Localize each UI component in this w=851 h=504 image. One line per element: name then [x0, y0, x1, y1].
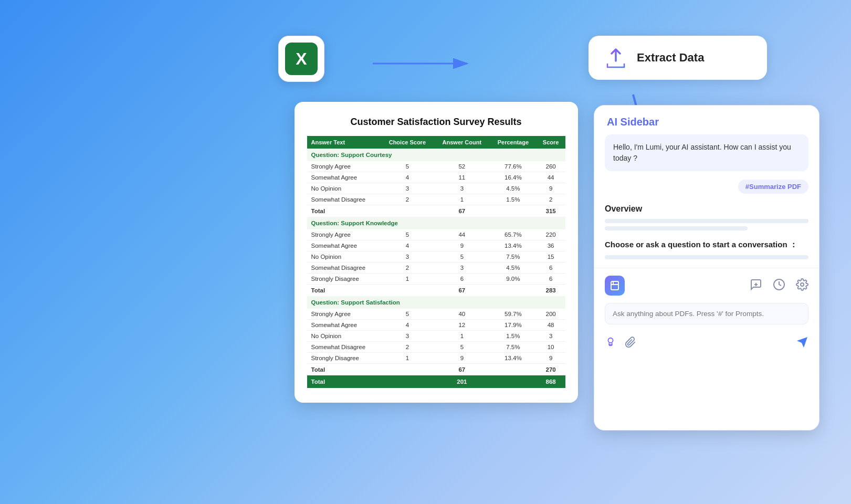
cell-2-4-0: Strongly Disagree: [307, 352, 381, 363]
cell-2-3-3: 7.5%: [490, 341, 537, 352]
cell-0-0-0: Strongly Agree: [307, 161, 381, 172]
cell-1-2-4: 15: [537, 251, 565, 262]
total-cell-0-1: [381, 205, 434, 217]
grand-total-cell-2: 201: [434, 375, 490, 388]
overview-lines: [605, 219, 808, 230]
cell-1-3-4: 6: [537, 262, 565, 273]
table-row: Somewhat Agree41217.9%48: [307, 319, 565, 330]
section-header-cell-2: Question: Support Satisfaction: [307, 296, 565, 309]
col-choice-score: Choice Score: [381, 136, 434, 149]
table-row: Somewhat Disagree234.5%6: [307, 262, 565, 273]
cell-1-1-1: 4: [381, 240, 434, 251]
table-row: Somewhat Disagree257.5%10: [307, 341, 565, 352]
total-cell-1-3: [490, 284, 537, 296]
cell-1-4-3: 9.0%: [490, 273, 537, 284]
cell-0-3-4: 2: [537, 194, 565, 205]
cell-0-3-0: Somewhat Disagree: [307, 194, 381, 205]
cell-2-1-2: 12: [434, 319, 490, 330]
cell-2-3-4: 10: [537, 341, 565, 352]
cell-2-2-0: No Opinion: [307, 330, 381, 341]
total-cell-2-3: [490, 363, 537, 375]
total-row-0: Total67315: [307, 205, 565, 217]
cell-0-3-1: 2: [381, 194, 434, 205]
cell-2-4-2: 9: [434, 352, 490, 363]
cell-0-1-0: Somewhat Agree: [307, 172, 381, 183]
cell-0-2-3: 4.5%: [490, 183, 537, 194]
cell-0-0-2: 52: [434, 161, 490, 172]
sidebar-toolbar: [594, 268, 819, 303]
history-icon[interactable]: [773, 278, 785, 293]
section-header-1: Question: Support Knowledge: [307, 217, 565, 229]
hashtag-section[interactable]: #Summarize PDF: [605, 180, 808, 194]
settings-icon[interactable]: [796, 278, 808, 293]
table-row: Strongly Agree54465.7%220: [307, 229, 565, 240]
cell-0-1-3: 16.4%: [490, 172, 537, 183]
cell-1-2-1: 3: [381, 251, 434, 262]
total-row-2: Total67270: [307, 363, 565, 375]
sidebar-content: Hello, I'm Lumi, your AI assistant. How …: [594, 134, 819, 259]
grand-total-cell-0: Total: [307, 375, 381, 388]
table-row: Somewhat Disagree211.5%2: [307, 194, 565, 205]
cell-2-0-4: 200: [537, 309, 565, 320]
cell-0-0-1: 5: [381, 161, 434, 172]
table-row: No Opinion357.5%15: [307, 251, 565, 262]
ai-greeting-bubble: Hello, I'm Lumi, your AI assistant. How …: [605, 134, 808, 171]
cell-2-1-1: 4: [381, 319, 434, 330]
grand-total-cell-4: 868: [537, 375, 565, 388]
cell-2-2-2: 1: [434, 330, 490, 341]
table-row: Strongly Agree55277.6%260: [307, 161, 565, 172]
total-cell-2-4: 270: [537, 363, 565, 375]
svg-point-8: [801, 283, 804, 286]
cell-0-2-1: 3: [381, 183, 434, 194]
conversation-prompt-text: Choose or ask a question to start a conv…: [605, 239, 808, 250]
col-percentage: Percentage: [490, 136, 537, 149]
cell-2-4-4: 9: [537, 352, 565, 363]
cell-1-2-3: 7.5%: [490, 251, 537, 262]
cell-1-3-0: Somewhat Disagree: [307, 262, 381, 273]
svg-rect-4: [611, 281, 618, 290]
data-table: Answer Text Choice Score Answer Count Pe…: [307, 136, 565, 388]
chat-input[interactable]: [605, 303, 808, 324]
sheet-title: Customer Satisfaction Survey Results: [307, 117, 565, 128]
add-comment-icon[interactable]: [750, 278, 762, 293]
extract-title: Extract Data: [637, 51, 704, 65]
total-cell-1-2: 67: [434, 284, 490, 296]
table-row: Strongly Disagree1913.4%9: [307, 352, 565, 363]
excel-icon-bg: X: [278, 36, 324, 82]
cell-1-1-2: 9: [434, 240, 490, 251]
main-container: Customer Satisfaction Survey Results Ans…: [0, 0, 851, 504]
section-header-2: Question: Support Satisfaction: [307, 296, 565, 309]
cell-2-0-2: 40: [434, 309, 490, 320]
overview-title: Overview: [605, 204, 808, 214]
cell-1-4-4: 6: [537, 273, 565, 284]
lightbulb-icon[interactable]: [605, 337, 616, 351]
grand-total-row: Total201868: [307, 375, 565, 388]
attachment-icon[interactable]: [625, 337, 636, 351]
total-cell-2-0: Total: [307, 363, 381, 375]
extract-card: Extract Data: [589, 36, 767, 80]
cell-2-1-3: 17.9%: [490, 319, 537, 330]
cell-2-1-4: 48: [537, 319, 565, 330]
cell-2-2-1: 3: [381, 330, 434, 341]
cell-1-1-3: 13.4%: [490, 240, 537, 251]
col-answer-text: Answer Text: [307, 136, 381, 149]
excel-icon-wrapper: X: [278, 36, 324, 82]
total-cell-1-4: 283: [537, 284, 565, 296]
send-icon[interactable]: [796, 336, 808, 351]
table-row: No Opinion334.5%9: [307, 183, 565, 194]
cell-1-0-4: 220: [537, 229, 565, 240]
arrow-excel-to-extract: [373, 50, 478, 77]
toolbar-icons-right: [750, 278, 808, 293]
bookmark-icon: [610, 280, 620, 291]
total-cell-1-1: [381, 284, 434, 296]
ai-sidebar: AI Sidebar Hello, I'm Lumi, your AI assi…: [594, 105, 820, 430]
cell-0-1-4: 44: [537, 172, 565, 183]
cell-1-0-1: 5: [381, 229, 434, 240]
upload-icon: [603, 45, 628, 70]
total-cell-2-2: 67: [434, 363, 490, 375]
toolbar-bookmark-icon[interactable]: [605, 276, 625, 296]
total-cell-0-2: 67: [434, 205, 490, 217]
hashtag-label[interactable]: #Summarize PDF: [738, 180, 808, 194]
conversation-section: Choose or ask a question to start a conv…: [605, 239, 808, 259]
overview-section: Overview: [605, 204, 808, 230]
